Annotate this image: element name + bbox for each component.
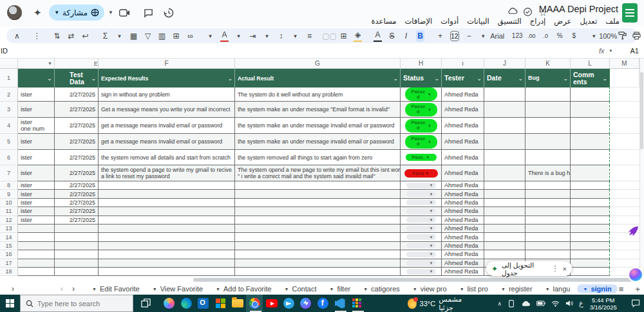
cell-bug[interactable] — [526, 233, 571, 241]
telegram-icon[interactable] — [280, 295, 297, 312]
chevron-down-icon[interactable]: ▾ — [115, 30, 124, 42]
status-pill[interactable]: Faild ▼ — [404, 169, 438, 178]
cell-comments[interactable] — [571, 250, 610, 259]
cell-actual-result[interactable] — [235, 216, 401, 225]
youtube-icon[interactable] — [263, 295, 279, 312]
cell-register[interactable]: ister — [18, 207, 55, 216]
cell-test-data[interactable] — [55, 242, 99, 250]
cell-test-data[interactable]: 2/27/2025 — [55, 87, 99, 102]
video-call-icon[interactable] — [117, 6, 131, 20]
header-outside[interactable] — [610, 69, 639, 87]
cell-test-data[interactable]: 2/27/2025 — [55, 190, 99, 198]
italic-icon[interactable]: I — [402, 30, 410, 42]
cell-tester[interactable]: Ahmed Reda — [442, 233, 484, 241]
cell-comments[interactable] — [571, 181, 610, 190]
cell-outside[interactable] — [610, 102, 639, 118]
cell-comments[interactable] — [571, 150, 610, 165]
row-number[interactable]: 10 — [0, 199, 18, 207]
sheet-tab[interactable]: ▼ Edit Favorite — [86, 284, 146, 293]
cell-tester[interactable]: Ahmed Reda — [442, 102, 484, 118]
row-number[interactable]: 9 — [0, 190, 18, 198]
cell-status[interactable]: ▼ — [401, 242, 442, 250]
cell-tester[interactable]: Ahmed Reda — [442, 190, 484, 198]
cell-bug[interactable]: There is a bug h — [526, 165, 571, 181]
onedrive-icon[interactable] — [521, 300, 531, 307]
cell-outside[interactable] — [610, 250, 639, 259]
cell-comments[interactable] — [571, 242, 610, 250]
cell-status[interactable]: Passed ▼ — [401, 102, 442, 118]
cell-date[interactable] — [484, 190, 526, 198]
cell-expected-results[interactable] — [99, 199, 235, 207]
cell-register[interactable]: ister — [18, 165, 55, 181]
header-cell-d[interactable]: ⌄ — [18, 69, 55, 87]
cell-status[interactable]: ▼ — [401, 233, 442, 241]
menu-extensions[interactable]: الإضافات — [404, 17, 432, 26]
fill-color-icon[interactable]: ◈ — [354, 30, 362, 42]
cell-test-data[interactable]: 2/27/2025 — [55, 181, 99, 190]
cell-register[interactable]: ister — [18, 199, 55, 207]
cell-actual-result[interactable]: the system make an under message "Email … — [235, 102, 401, 118]
cell-tester[interactable]: Ahmed Reda — [442, 216, 484, 225]
version-history-icon[interactable] — [162, 6, 176, 20]
cell-outside[interactable] — [610, 190, 639, 198]
cell-date[interactable] — [484, 87, 526, 102]
chevron-down-icon[interactable]: ▼ — [108, 10, 113, 15]
cell-comments[interactable] — [571, 102, 610, 118]
status-pill[interactable]: ▼ — [406, 208, 436, 214]
collapse-toolbar-icon[interactable]: ∧ — [13, 30, 21, 42]
row-number[interactable]: 6 — [0, 150, 18, 165]
text-align-icon[interactable]: ≡ — [305, 30, 314, 42]
cell-comments[interactable] — [571, 268, 610, 276]
taskbar-clock[interactable]: 5:44 PM 3/16/2025 — [590, 297, 617, 311]
cell-expected-results[interactable] — [99, 268, 235, 276]
sheet-tab[interactable]: ▼ filter — [323, 284, 356, 293]
cell-register[interactable]: ister — [18, 102, 55, 118]
cell-register[interactable]: ister — [18, 87, 55, 102]
cell-comments[interactable] — [571, 207, 610, 216]
vertical-align-icon[interactable]: ↕ — [277, 30, 285, 42]
cell-bug[interactable] — [526, 181, 571, 190]
formula-content[interactable]: ID — [1, 47, 8, 55]
task-view-icon[interactable] — [137, 295, 154, 312]
cell-register[interactable]: ister — [18, 181, 55, 190]
add-sheet-icon[interactable]: + — [635, 284, 640, 294]
font-family-select[interactable]: Arial — [493, 30, 502, 42]
cell-comments[interactable] — [571, 165, 610, 181]
cell-comments[interactable] — [571, 199, 610, 207]
row-number[interactable]: 7 — [0, 165, 18, 181]
cell-test-data[interactable] — [55, 268, 99, 276]
cell-bug[interactable] — [526, 216, 571, 225]
cell-actual-result[interactable]: the system make an under message Invalid… — [235, 118, 401, 134]
cell-expected-results[interactable] — [99, 181, 235, 190]
vscode-icon[interactable] — [331, 295, 348, 312]
header-status[interactable]: Status⌄ — [401, 69, 442, 87]
cell-expected-results[interactable]: sign in without any problem — [99, 87, 235, 102]
cell-comments[interactable] — [571, 259, 610, 268]
cell-actual-result[interactable] — [235, 233, 401, 241]
row-number[interactable]: 11 — [0, 207, 18, 216]
cell-bug[interactable] — [526, 199, 571, 207]
status-pill[interactable]: ▼ — [406, 234, 436, 240]
cell-status[interactable]: ▼ — [401, 190, 442, 198]
sheet-tab[interactable]: ▼ signin — [577, 284, 617, 293]
sheet-tab[interactable]: ▼ catigores — [357, 284, 406, 293]
sheet-tab[interactable]: ▼ list pro — [454, 284, 494, 293]
cell-date[interactable] — [484, 242, 526, 250]
cell-expected-results[interactable]: the system remove all details and start … — [99, 150, 235, 165]
cell-tester[interactable]: Ahmed Reda — [442, 150, 484, 165]
menu-file[interactable]: ملف — [605, 17, 620, 26]
header-expected[interactable]: Expected Results⌄ — [99, 69, 235, 87]
more-options-icon[interactable]: ⋮ — [33, 30, 41, 42]
header-test-data[interactable]: Test Data⌄ — [55, 69, 99, 87]
battery-icon[interactable] — [536, 300, 545, 306]
row-number[interactable]: 2 — [0, 87, 18, 102]
row-number[interactable]: 14 — [0, 233, 18, 241]
chevron-down-icon[interactable]: ⌄ — [477, 75, 482, 82]
cell-status[interactable]: Pass. ▼ — [401, 150, 442, 165]
chevron-down-icon[interactable]: ⌄ — [563, 75, 568, 82]
header-bug[interactable]: Bug⌄ — [526, 69, 571, 87]
cell-actual-result[interactable] — [235, 225, 401, 233]
status-pill[interactable]: Passed ▼ — [405, 103, 437, 116]
cell-comments[interactable] — [571, 134, 610, 150]
hidden-icons-chevron[interactable]: ∧ — [497, 300, 502, 307]
